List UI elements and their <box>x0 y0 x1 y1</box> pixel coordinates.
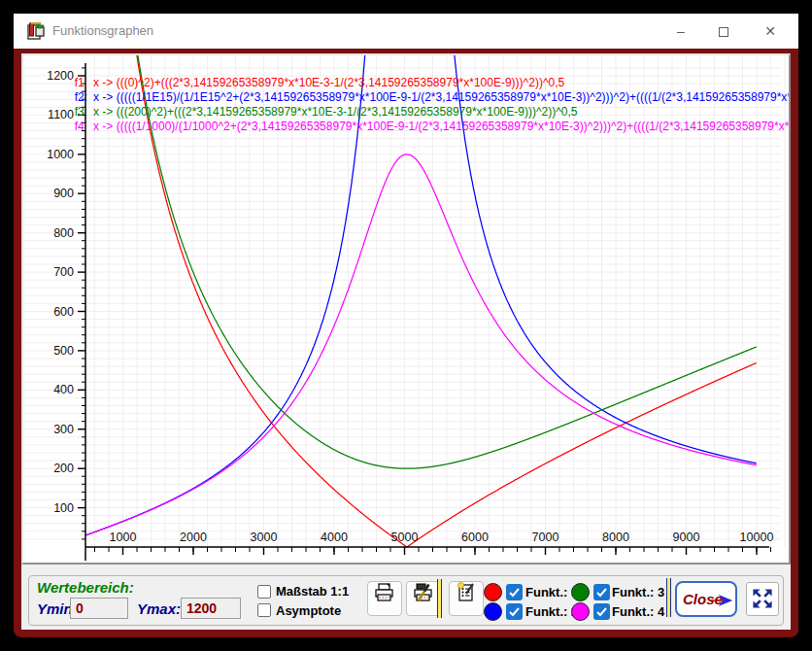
svg-text:2000: 2000 <box>180 531 207 544</box>
svg-text:4000: 4000 <box>321 531 348 544</box>
svg-text:800: 800 <box>53 226 74 240</box>
massstab-label: Maßstab 1:1 <box>276 584 349 599</box>
function4-checkbox[interactable] <box>593 603 610 620</box>
function3-color-dot <box>571 583 590 601</box>
function3-label: Funkt.: 3 <box>612 585 664 600</box>
svg-text:10000: 10000 <box>740 531 774 544</box>
svg-text:900: 900 <box>53 187 74 200</box>
app-icon <box>27 22 45 40</box>
maximize-button[interactable] <box>709 19 738 43</box>
svg-text:1100: 1100 <box>48 108 74 121</box>
values-table-button[interactable] <box>449 581 484 616</box>
svg-text:200: 200 <box>53 462 74 475</box>
ymin-input[interactable] <box>70 598 128 619</box>
plot-panel: 1000200030004000500060007000800090001000… <box>21 53 791 565</box>
minimize-button[interactable]: – <box>666 19 695 43</box>
printer-setup-icon <box>413 582 434 603</box>
title-bar: Funktionsgraphen – ✕ <box>14 14 798 49</box>
ymax-label: Ymax: <box>137 600 181 617</box>
printer-icon <box>374 582 395 603</box>
svg-text:1000: 1000 <box>47 148 74 161</box>
svg-text:600: 600 <box>53 305 74 319</box>
maximize-icon <box>719 27 728 37</box>
massstab-checkbox[interactable] <box>257 585 271 599</box>
function2-checkbox[interactable] <box>506 603 523 620</box>
print-setup-button[interactable] <box>406 581 441 616</box>
expand-icon <box>751 587 774 610</box>
function-plot: 1000200030004000500060007000800090001000… <box>23 55 789 563</box>
print-button[interactable] <box>367 581 402 616</box>
svg-text:300: 300 <box>53 423 74 436</box>
function4-label: Funkt.: 4 <box>612 604 664 619</box>
asymptote-label: Asymptote <box>276 603 341 618</box>
svg-text:9000: 9000 <box>673 531 700 544</box>
svg-text:700: 700 <box>53 265 74 279</box>
app-window: Funktionsgraphen – ✕ 1000200030004000500… <box>14 14 798 637</box>
bottom-bar: Wertebereich: Ymin: Ymax: Maßstab 1:1 As… <box>21 565 791 630</box>
ymax-input[interactable] <box>181 598 241 619</box>
svg-text:6000: 6000 <box>461 531 489 544</box>
svg-text:8000: 8000 <box>602 531 629 544</box>
report-icon <box>456 582 477 603</box>
toolbar-separator <box>437 579 442 618</box>
asymptote-checkbox[interactable] <box>257 603 271 617</box>
check-icon <box>506 584 523 600</box>
svg-text:3000: 3000 <box>251 531 278 544</box>
svg-text:7000: 7000 <box>532 531 559 544</box>
check-icon <box>593 584 610 600</box>
svg-text:400: 400 <box>53 383 74 396</box>
svg-text:500: 500 <box>53 344 74 358</box>
function1-color-dot <box>484 583 502 601</box>
close-arrow-icon <box>712 593 733 608</box>
function2-color-dot <box>484 602 502 621</box>
function4-color-dot <box>571 602 590 621</box>
close-button[interactable]: Close <box>675 581 737 617</box>
svg-text:1000: 1000 <box>110 531 137 544</box>
svg-text:5000: 5000 <box>391 531 419 544</box>
window-title: Funktionsgraphen <box>52 23 153 38</box>
check-icon <box>593 603 610 620</box>
close-separator <box>666 578 671 617</box>
svg-text:1200: 1200 <box>47 69 74 83</box>
wertebereich-label: Wertebereich: <box>37 579 134 596</box>
function1-checkbox[interactable] <box>506 584 523 600</box>
fullscreen-button[interactable] <box>746 582 779 616</box>
function3-checkbox[interactable] <box>593 584 610 600</box>
svg-text:100: 100 <box>53 501 74 515</box>
check-icon <box>506 603 523 620</box>
close-window-button[interactable]: ✕ <box>756 19 785 43</box>
